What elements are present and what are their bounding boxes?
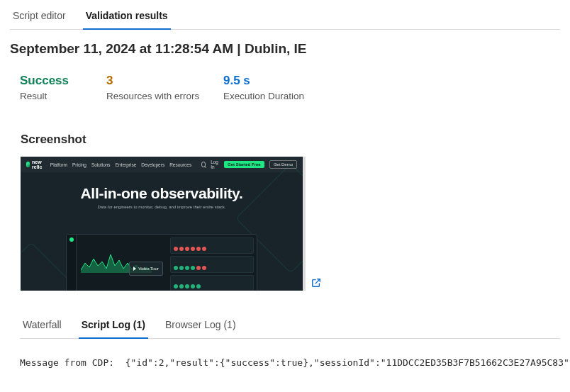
status-dot — [185, 284, 189, 289]
tab-script-editor[interactable]: Script editor — [10, 10, 69, 30]
status-dot — [185, 247, 189, 251]
thumb-dash-main: Video Tour — [77, 235, 257, 291]
status-dot — [185, 266, 189, 270]
open-external-icon[interactable] — [311, 278, 321, 291]
search-icon — [201, 162, 206, 167]
status-dot — [191, 247, 195, 251]
thumb-dash-sidebar-dot — [69, 237, 74, 242]
play-icon — [133, 267, 136, 271]
thumb-logo: new relic — [26, 159, 45, 169]
metrics-row: Success Result 3 Resources with errors 9… — [10, 74, 560, 101]
status-dot — [191, 284, 195, 289]
metric-errors-label: Resources with errors — [106, 91, 223, 101]
run-timestamp-header: September 11, 2024 at 11:28:54 AM | Dubl… — [10, 41, 560, 57]
thumb-panel — [170, 237, 254, 254]
status-dot — [202, 247, 206, 251]
status-dot — [179, 284, 184, 289]
status-dot — [202, 266, 206, 270]
status-dot — [174, 284, 178, 289]
tab-browser-log[interactable]: Browser Log (1) — [162, 319, 239, 339]
thumb-nav-item: Enterprise — [116, 162, 137, 167]
screenshot-heading: Screenshot — [10, 133, 560, 147]
thumb-logo-text: new relic — [32, 159, 45, 169]
top-tabs: Script editor Validation results — [10, 10, 560, 30]
tab-script-log[interactable]: Script Log (1) — [79, 319, 148, 339]
thumb-logo-mark — [26, 162, 30, 167]
metric-errors-value: 3 — [106, 74, 223, 88]
status-dot — [191, 266, 195, 270]
thumb-right-panels — [170, 237, 254, 291]
status-dot — [196, 284, 201, 289]
metric-duration: 9.5 s Execution Duration — [223, 74, 304, 101]
metric-errors: 3 Resources with errors — [106, 74, 223, 101]
thumb-login: Log In — [211, 159, 219, 169]
thumb-dash-sidebar — [67, 235, 77, 291]
thumb-nav-item: Platform — [50, 162, 67, 167]
thumb-nav-item: Solutions — [91, 162, 111, 167]
sub-tabs: Waterfall Script Log (1) Browser Log (1) — [20, 319, 560, 339]
thumb-nav-item: Resources — [169, 162, 191, 167]
metric-duration-label: Execution Duration — [223, 91, 304, 101]
status-dot — [174, 266, 178, 270]
log-output: Message from CDP: {"id":2,"result":{"suc… — [10, 357, 560, 368]
thumb-panel — [170, 275, 254, 291]
thumb-dashboard: Video Tour — [66, 234, 257, 291]
thumb-panel — [170, 256, 254, 272]
screenshot-thumbnail[interactable]: new relic Platform Pricing Solutions Ent… — [21, 157, 306, 291]
metric-result: Success Result — [20, 74, 106, 101]
status-dot — [196, 247, 201, 251]
thumb-nav-item: Developers — [141, 162, 164, 167]
metric-result-value: Success — [20, 74, 106, 88]
thumb-cta-primary: Get Started Free — [224, 161, 264, 168]
metric-duration-value: 9.5 s — [223, 74, 304, 88]
thumb-video-tour-label: Video Tour — [138, 267, 158, 271]
status-dot — [196, 266, 201, 270]
metric-result-label: Result — [20, 91, 106, 101]
thumb-navbar: new relic Platform Pricing Solutions Ent… — [21, 157, 303, 172]
thumb-video-tour: Video Tour — [129, 262, 163, 276]
status-dot — [174, 247, 178, 251]
status-dot — [179, 247, 184, 251]
screenshot-block: new relic Platform Pricing Solutions Ent… — [10, 157, 560, 291]
tab-validation-results[interactable]: Validation results — [83, 10, 171, 30]
tab-waterfall[interactable]: Waterfall — [20, 319, 65, 339]
status-dot — [179, 266, 184, 270]
thumb-nav-item: Pricing — [72, 162, 86, 167]
